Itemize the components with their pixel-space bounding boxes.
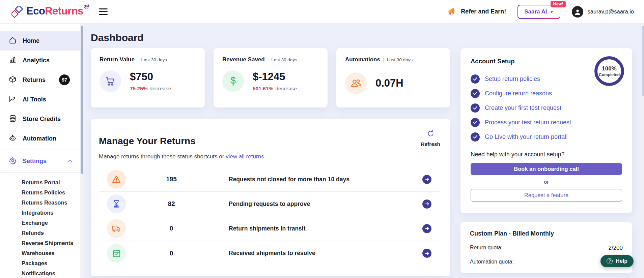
sidebar-item-label: Settings [23, 158, 47, 165]
hourglass-icon [107, 194, 126, 213]
account-setup-card: Account Setup 100% Completed Setup retur… [460, 48, 632, 213]
checklist-item-first-test-request[interactable]: Create your first test request [471, 103, 622, 113]
return-quota-value: 2/200 [608, 245, 623, 251]
manage-returns-card: Manage Your Returns Refresh Manage retur… [91, 119, 450, 276]
status-row-pending-approve[interactable]: 82 Pending requests to approve [99, 192, 440, 216]
setup-checklist: Setup return policies Configure return r… [471, 74, 622, 142]
check-icon [471, 89, 480, 98]
check-icon [471, 103, 480, 113]
open-status-arrow-button[interactable] [422, 224, 431, 233]
sidebar: Home Analytics Returns 97 AI Tools Sto [0, 24, 83, 278]
hamburger-menu-icon[interactable] [99, 7, 108, 17]
chevron-down-icon: ▼ [550, 9, 554, 14]
user-email: saurav.p@saara.io [587, 8, 634, 15]
sidebar-scrollbar-thumb[interactable] [81, 26, 83, 174]
users-icon [345, 72, 367, 94]
avatar-icon [572, 6, 583, 18]
sidebar-divider [0, 172, 83, 173]
request-feature-button[interactable]: Request a feature [471, 189, 622, 202]
status-count: 0 [153, 225, 190, 232]
sidebar-item-label: Returns [23, 76, 46, 84]
or-separator: or [471, 179, 622, 185]
status-row-received-resolve[interactable]: 0 Received shipments to resolve [99, 241, 440, 266]
return-quota-label: Return quota: [470, 245, 503, 251]
refer-and-earn-label: Refer and Earn! [461, 8, 506, 15]
chevron-up-icon [67, 158, 73, 164]
open-status-arrow-button[interactable] [422, 175, 431, 184]
book-onboarding-call-button[interactable]: Book an onboarding call [471, 163, 622, 175]
sidebar-item-analytics[interactable]: Analytics [0, 51, 83, 70]
page-scrollbar-thumb[interactable] [642, 26, 644, 96]
sidebar-item-exchange[interactable]: Exchange [0, 218, 83, 228]
sidebar-item-ai-tools[interactable]: AI Tools [0, 90, 83, 109]
stat-card-title: Revenue Saved [222, 56, 265, 63]
check-icon [471, 118, 480, 127]
store-credits-icon [9, 115, 17, 124]
cart-icon [100, 70, 121, 92]
sidebar-item-returns-portal[interactable]: Returns Portal [0, 177, 83, 187]
sidebar-item-label: Home [23, 37, 39, 44]
stat-cards-row: Return Value | Last 30 days $750 75.25%d… [91, 48, 450, 107]
page-scrollbar-track[interactable] [641, 24, 644, 278]
sidebar-item-refunds[interactable]: Refunds [0, 228, 83, 238]
sidebar-item-integrations[interactable]: Integrations [0, 208, 83, 218]
warning-icon [107, 170, 126, 189]
home-icon [9, 36, 17, 45]
plan-title: Custom Plan - Billed Monthly [470, 230, 623, 237]
sidebar-scrollbar-track[interactable] [80, 24, 83, 278]
status-label: Return shipments in transit [229, 225, 306, 232]
status-row-in-transit[interactable]: 0 Return shipments in transit [99, 216, 440, 241]
sidebar-item-settings[interactable]: Settings [0, 151, 83, 171]
checklist-item-process-test-return[interactable]: Process your test return request [471, 118, 622, 127]
help-button[interactable]: ? Help [600, 255, 634, 267]
sidebar-item-store-credits[interactable]: Store Credits [0, 109, 83, 129]
sidebar-divider [0, 150, 83, 150]
refresh-icon [427, 130, 435, 139]
stat-card-automations: Automations | Last 30 days 0.07H [336, 48, 450, 107]
sidebar-item-returns[interactable]: Returns 97 [0, 70, 83, 90]
refresh-label: Refresh [421, 141, 440, 147]
sidebar-item-packages[interactable]: Packages [0, 258, 83, 268]
stat-card-revenue-saved: Revenue Saved | Last 30 days $-1245 501.… [214, 48, 328, 107]
sidebar-item-returns-reasons[interactable]: Returns Reasons [0, 197, 83, 208]
manage-returns-title: Manage Your Returns [99, 136, 196, 147]
sidebar-item-label: Analytics [23, 57, 50, 64]
checklist-label: Process your test return request [485, 119, 571, 126]
status-label: Requests not closed for more than 10 day… [229, 176, 349, 183]
check-icon [471, 74, 480, 84]
automation-quota-label: Automation quota: [470, 259, 514, 265]
sidebar-item-automation[interactable]: Automation [0, 129, 83, 148]
view-all-returns-link[interactable]: view all returns [226, 153, 264, 160]
dollar-icon [222, 70, 244, 92]
sidebar-item-returns-policies[interactable]: Returns Policies [0, 187, 83, 197]
stat-card-return-value: Return Value | Last 30 days $750 75.25%d… [91, 48, 205, 107]
stat-card-title: Automations [345, 56, 380, 63]
page-title: Dashboard [91, 32, 633, 43]
stat-card-period: Last 30 days [387, 57, 413, 62]
checklist-item-return-reasons[interactable]: Configure return reasons [471, 89, 622, 98]
open-status-arrow-button[interactable] [422, 249, 431, 258]
status-row-not-closed[interactable]: 195 Requests not closed for more than 10… [99, 167, 440, 192]
sidebar-item-warehouses[interactable]: Warehouses [0, 248, 83, 258]
sidebar-item-notifications[interactable]: Notifications [0, 268, 83, 278]
refer-and-earn[interactable]: Refer and Earn! [447, 6, 506, 17]
user-account[interactable]: saurav.p@saara.io [572, 6, 634, 18]
brand-logo[interactable]: EcoReturnsTM [11, 3, 89, 21]
calendar-check-icon [107, 244, 126, 263]
stat-value: $750 [130, 71, 171, 83]
stat-card-period: Last 30 days [141, 57, 167, 62]
setup-help-prompt: Need help with your account setup? [471, 151, 622, 158]
sidebar-item-label: Automation [23, 135, 56, 142]
checklist-item-go-live[interactable]: Go Live with your return portal! [471, 132, 622, 142]
checklist-label: Create your first test request [485, 104, 561, 112]
sidebar-item-reverse-shipments[interactable]: Reverse Shipments [0, 238, 83, 248]
sidebar-scroll-down-icon[interactable] [46, 271, 51, 277]
trademark-symbol: TM [84, 4, 89, 9]
open-status-arrow-button[interactable] [422, 199, 431, 209]
brand-name: EcoReturnsTM [26, 3, 89, 19]
settings-submenu: Returns Portal Returns Policies Returns … [0, 174, 83, 278]
progress-ring: 100% Completed [594, 56, 624, 86]
refresh-button[interactable]: Refresh [421, 130, 440, 147]
checklist-label: Setup return policies [485, 75, 540, 83]
sidebar-item-home[interactable]: Home [0, 31, 83, 51]
